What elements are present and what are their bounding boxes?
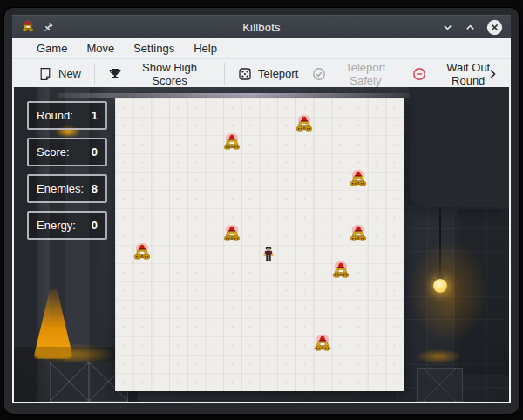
robot-enemy (312, 334, 332, 356)
wallpaper: Round:1Score:0Enemies:8Energy:0 (14, 87, 509, 402)
robot-enemy (330, 261, 350, 282)
menu-item-game[interactable]: Game (27, 42, 77, 55)
status-value: 8 (92, 182, 98, 195)
menu-item-move[interactable]: Move (77, 42, 124, 55)
toolbar: NewShow High ScoresTeleportTeleport Safe… (12, 59, 511, 88)
titlebar[interactable]: Killbots (12, 15, 511, 39)
maximize-button[interactable] (464, 21, 477, 34)
teleport-safely-check-icon (312, 67, 326, 81)
wallpaper-truss-decoration (50, 362, 89, 402)
robot-enemy (349, 224, 369, 246)
toolbar-separator (224, 63, 225, 85)
close-x-icon (486, 19, 503, 36)
status-label: Energy: (37, 219, 76, 232)
trophy-icon (108, 67, 122, 81)
wallpaper-truss-decoration (417, 368, 463, 402)
pin-icon[interactable] (42, 22, 54, 34)
wallpaper-lamp-glow-decoration (395, 220, 503, 363)
window-content: GameMoveSettingsHelp NewShow High Scores… (12, 38, 511, 403)
game-board[interactable] (115, 98, 404, 391)
menu-item-help[interactable]: Help (184, 42, 227, 55)
window-title: Killbots (12, 21, 511, 34)
toolbar-overflow-button[interactable] (484, 65, 501, 83)
toolbar-button-show-high-scores[interactable]: Show High Scores (101, 61, 218, 87)
close-button[interactable] (486, 19, 503, 36)
wallpaper-brick-pattern-decoration (397, 183, 509, 402)
menubar: GameMoveSettingsHelp (12, 38, 511, 59)
toolbar-button-label: New (58, 67, 81, 80)
wallpaper-column-decoration (455, 209, 509, 375)
toolbar-button-label: Teleport (258, 67, 298, 80)
chevron-right-icon (486, 67, 499, 81)
wallpaper-lamp-wire-decoration (439, 207, 441, 281)
robot-enemy (222, 132, 242, 154)
status-box-score: Score:0 (27, 138, 107, 166)
robot-enemy (222, 224, 242, 246)
status-box-enemies: Enemies:8 (27, 174, 107, 203)
status-value: 1 (92, 109, 98, 122)
wait-out-round-icon (412, 67, 426, 81)
minimize-button[interactable] (441, 21, 454, 34)
killbots-window: Killbots GameMoveSettingsHelp NewShow H (4, 8, 519, 414)
status-value: 0 (92, 146, 98, 159)
chevron-up-icon (464, 21, 477, 34)
new-document-icon (38, 67, 52, 81)
killbots-robot-icon (21, 20, 35, 35)
chevron-down-icon (441, 21, 454, 34)
toolbar-button-new[interactable]: New (31, 61, 88, 87)
teleport-dice-icon (238, 67, 252, 81)
toolbar-button-label: Teleport Safely (332, 61, 398, 87)
wallpaper-lamp-bulb-decoration (433, 279, 447, 293)
status-label: Enemies: (37, 182, 84, 195)
wallpaper-panel-decoration (410, 87, 509, 207)
toolbar-separator (94, 63, 95, 85)
status-panel: Round:1Score:0Enemies:8Energy:0 (27, 101, 107, 247)
status-value: 0 (92, 219, 98, 232)
wallpaper-lamp-cone-decoration (33, 289, 73, 359)
status-box-round: Round:1 (27, 101, 107, 130)
status-label: Score: (37, 146, 70, 159)
robot-enemy (349, 169, 369, 191)
status-label: Round: (37, 109, 73, 122)
player-hero (262, 246, 275, 263)
toolbar-button-label: Show High Scores (128, 61, 211, 87)
status-box-energy: Energy:0 (27, 211, 107, 240)
robot-enemy (132, 242, 153, 264)
toolbar-button-teleport-safely: Teleport Safely (305, 61, 405, 87)
wallpaper-bottom-glow-decoration (408, 347, 469, 366)
robot-enemy (295, 114, 315, 136)
wallpaper-lamp-cap-decoration (437, 274, 444, 281)
toolbar-button-teleport[interactable]: Teleport (231, 61, 305, 87)
menu-item-settings[interactable]: Settings (124, 42, 184, 55)
